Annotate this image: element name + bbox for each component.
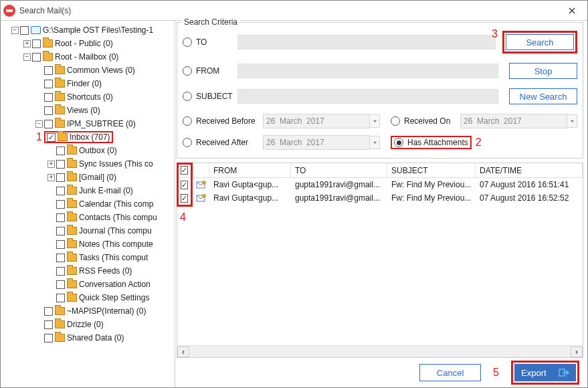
table-row[interactable]: Ravi Gupta<gup... gupta1991ravi@gmail...… bbox=[177, 191, 583, 205]
tree-node-inbox[interactable]: 1 Inbox (707) bbox=[5, 130, 175, 144]
checkbox[interactable] bbox=[56, 280, 65, 289]
checkbox[interactable] bbox=[44, 320, 53, 329]
tree-node[interactable]: Conversation Action bbox=[5, 278, 175, 291]
checkbox[interactable] bbox=[56, 294, 65, 302]
date-received-before[interactable]: 26 March 2017 bbox=[263, 114, 370, 128]
tree-root[interactable]: − G:\Sample OST Files\Testing-1 bbox=[5, 23, 175, 37]
checkbox[interactable] bbox=[44, 334, 53, 343]
col-to[interactable]: TO bbox=[291, 163, 387, 177]
checkbox[interactable] bbox=[56, 187, 65, 195]
folder-icon bbox=[55, 120, 65, 128]
folder-icon bbox=[67, 267, 77, 275]
tree-node[interactable]: Tasks (This comput bbox=[5, 251, 175, 264]
horizontal-scrollbar[interactable]: ‹ › bbox=[177, 345, 583, 357]
tree-node[interactable]: + Root - Public (0) bbox=[5, 37, 175, 50]
checkbox-checked[interactable] bbox=[47, 133, 56, 142]
scroll-track[interactable] bbox=[189, 347, 571, 357]
checkbox[interactable] bbox=[32, 53, 41, 62]
close-icon bbox=[569, 7, 575, 14]
tree-node[interactable]: Finder (0) bbox=[5, 77, 175, 90]
tree-label: Finder (0) bbox=[67, 79, 102, 88]
date-received-on[interactable]: 26 March 2017 bbox=[460, 114, 567, 128]
scroll-left-icon[interactable]: ‹ bbox=[177, 347, 189, 357]
expander-icon[interactable]: − bbox=[11, 27, 19, 34]
checkbox[interactable] bbox=[56, 227, 65, 235]
tree-node[interactable]: Common Views (0) bbox=[5, 64, 175, 77]
tree-node[interactable]: Quick Step Settings bbox=[5, 291, 175, 304]
table-row[interactable]: Ravi Gupta<gup... gupta1991ravi@gmail...… bbox=[177, 178, 583, 191]
input-from[interactable] bbox=[237, 64, 498, 78]
checkbox[interactable] bbox=[56, 200, 65, 209]
svg-point-1 bbox=[202, 181, 206, 185]
date-dropdown-icon[interactable] bbox=[369, 114, 380, 128]
tree-node[interactable]: ~MAPISP(Internal) (0) bbox=[5, 304, 175, 318]
cell-datetime: 07 August 2016 16:52:52 bbox=[476, 193, 583, 203]
checkbox[interactable] bbox=[56, 147, 65, 155]
tree-node[interactable]: Views (0) bbox=[5, 104, 175, 117]
search-button[interactable]: Search bbox=[506, 34, 574, 50]
tree-node[interactable]: Shortcuts (0) bbox=[5, 90, 175, 104]
tree-node[interactable]: +Sync Issues (This co bbox=[5, 157, 175, 171]
col-subject[interactable]: SUBJECT bbox=[387, 163, 476, 177]
expander-icon[interactable]: − bbox=[35, 120, 43, 128]
new-search-button[interactable]: New Search bbox=[509, 88, 577, 104]
tree-node[interactable]: RSS Feeds (0) bbox=[5, 264, 175, 278]
checkbox[interactable] bbox=[56, 213, 65, 222]
date-dropdown-icon[interactable] bbox=[369, 136, 380, 149]
radio-from[interactable] bbox=[183, 66, 192, 76]
checkbox[interactable] bbox=[56, 160, 65, 169]
checkbox[interactable] bbox=[56, 173, 65, 182]
cancel-button[interactable]: Cancel bbox=[419, 364, 481, 381]
checkbox[interactable] bbox=[56, 240, 65, 249]
right-panel: Search Criteria TO 3 Search FROM bbox=[175, 21, 587, 387]
checkbox[interactable] bbox=[44, 93, 53, 102]
expander-icon[interactable]: + bbox=[23, 40, 31, 47]
checkbox[interactable] bbox=[44, 307, 53, 316]
tree-node[interactable]: Journal (This compu bbox=[5, 224, 175, 237]
checkbox[interactable] bbox=[44, 106, 53, 115]
tree-node[interactable]: Notes (This compute bbox=[5, 237, 175, 251]
checkbox[interactable] bbox=[44, 80, 53, 88]
expander-icon[interactable]: + bbox=[47, 174, 55, 181]
tree-node[interactable]: Drizzle (0) bbox=[5, 318, 175, 331]
cell-to: gupta1991ravi@gmail... bbox=[291, 180, 387, 189]
checkbox[interactable] bbox=[56, 267, 65, 276]
radio-received-before[interactable] bbox=[183, 116, 192, 126]
stop-button[interactable]: Stop bbox=[509, 63, 577, 79]
expander-icon[interactable]: − bbox=[23, 54, 31, 61]
folder-icon bbox=[55, 334, 65, 342]
radio-subject[interactable] bbox=[183, 92, 192, 101]
input-subject[interactable] bbox=[237, 89, 498, 104]
cell-to: gupta1991ravi@gmail... bbox=[291, 193, 387, 203]
radio-received-on[interactable] bbox=[391, 116, 400, 126]
radio-has-attachments[interactable] bbox=[394, 138, 403, 147]
tree-node[interactable]: Shared Data (0) bbox=[5, 331, 175, 345]
tree-node[interactable]: Contacts (This compu bbox=[5, 211, 175, 224]
radio-to[interactable] bbox=[183, 37, 192, 47]
checkbox[interactable] bbox=[56, 254, 65, 262]
tree-node[interactable]: Junk E-mail (0) bbox=[5, 184, 175, 197]
tree-node[interactable]: −IPM_SUBTREE (0) bbox=[5, 117, 175, 130]
checkbox[interactable] bbox=[44, 66, 53, 75]
tree-node[interactable]: Calendar (This comp bbox=[5, 197, 175, 211]
scroll-right-icon[interactable]: › bbox=[571, 347, 583, 357]
checkbox[interactable] bbox=[44, 120, 53, 128]
close-button[interactable] bbox=[559, 1, 585, 20]
input-to[interactable] bbox=[237, 35, 496, 50]
folder-tree[interactable]: − G:\Sample OST Files\Testing-1 + Root -… bbox=[1, 21, 175, 387]
date-dropdown-icon[interactable] bbox=[567, 114, 577, 128]
cell-subject: Fw: Find My Previou... bbox=[387, 193, 476, 203]
checkbox[interactable] bbox=[20, 26, 29, 35]
expander-icon[interactable]: + bbox=[47, 161, 55, 168]
export-button[interactable]: Export bbox=[514, 364, 576, 381]
tree-node[interactable]: − Root - Mailbox (0) bbox=[5, 50, 175, 64]
checkbox[interactable] bbox=[32, 39, 41, 48]
tree-node[interactable]: +[Gmail] (0) bbox=[5, 171, 175, 184]
tree-label: RSS Feeds (0) bbox=[79, 266, 132, 276]
col-datetime[interactable]: DATE/TIME bbox=[476, 163, 583, 177]
tree-label: Tasks (This comput bbox=[79, 253, 148, 262]
tree-node[interactable]: Outbox (0) bbox=[5, 144, 175, 157]
radio-received-after[interactable] bbox=[183, 138, 192, 147]
col-from[interactable]: FROM bbox=[209, 163, 291, 177]
date-received-after[interactable]: 26 March 2017 bbox=[263, 135, 370, 150]
